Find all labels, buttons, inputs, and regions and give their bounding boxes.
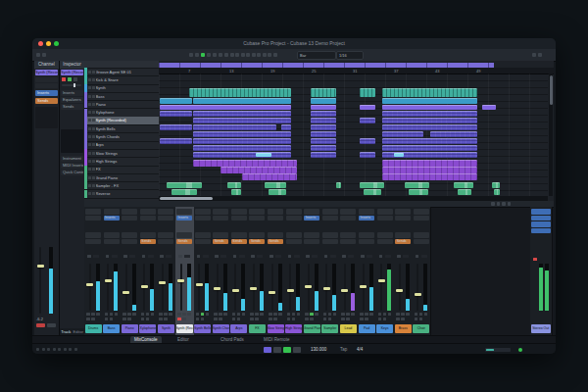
erase-icon[interactable] <box>246 53 250 57</box>
record-button[interactable] <box>305 318 309 320</box>
record-button[interactable] <box>250 318 254 320</box>
mixer-channel[interactable]: SendsSlow Strings <box>267 207 286 335</box>
solo-button[interactable] <box>92 192 95 195</box>
record-button[interactable] <box>105 318 109 320</box>
channel-fader-lane[interactable] <box>39 247 41 314</box>
fader-lane[interactable] <box>162 264 164 311</box>
mute-button[interactable] <box>88 78 91 81</box>
monitor-button[interactable] <box>110 318 114 320</box>
solo-button[interactable] <box>219 313 222 316</box>
punch-icon[interactable] <box>207 53 211 57</box>
mixer-channel[interactable]: InsertsPad <box>358 207 377 335</box>
mute-button[interactable] <box>88 95 91 98</box>
fader-handle[interactable] <box>159 281 166 284</box>
record-button[interactable] <box>360 318 364 320</box>
audio-clip[interactable] <box>494 189 500 195</box>
mixer-channel[interactable]: SendsBrass <box>394 207 414 335</box>
insert-slot[interactable] <box>195 209 211 215</box>
instrument-picture[interactable] <box>61 129 83 153</box>
audio-clip[interactable] <box>454 182 473 188</box>
send-slot[interactable] <box>158 239 173 245</box>
solo-button[interactable] <box>383 313 387 316</box>
zones-icon[interactable] <box>502 202 506 206</box>
channel-inserts-slot[interactable]: Inserts <box>35 90 58 96</box>
master-name-label[interactable]: Stereo Out <box>531 324 552 333</box>
setup-icon[interactable] <box>42 53 46 57</box>
midi-clip[interactable] <box>189 88 291 97</box>
midi-clip[interactable] <box>193 98 291 104</box>
insert-slot[interactable] <box>268 216 283 221</box>
pan-control[interactable] <box>129 255 135 258</box>
insert-slot[interactable] <box>158 209 173 215</box>
send-slot[interactable]: Sends <box>140 239 156 245</box>
read-button[interactable] <box>388 313 392 316</box>
pan-control[interactable] <box>294 255 300 258</box>
channel-name-label[interactable]: Brass <box>395 324 412 333</box>
solo-button[interactable] <box>292 313 296 316</box>
inspector-section-instrument[interactable]: Instrument <box>61 156 83 162</box>
midi-clip[interactable] <box>311 124 336 130</box>
color-tool-icon[interactable] <box>273 53 277 57</box>
mute-button[interactable] <box>323 313 327 316</box>
send-slot[interactable] <box>304 239 319 245</box>
inspector-section-midi-inserts[interactable]: MIDI Inserts <box>61 163 83 169</box>
midi-clip[interactable] <box>360 152 375 158</box>
insert-slot[interactable] <box>377 209 393 215</box>
mute-button[interactable] <box>196 313 200 316</box>
mute-button[interactable] <box>88 119 91 122</box>
fader-handle[interactable] <box>196 283 203 286</box>
insert-slot[interactable] <box>322 209 338 215</box>
solo-button[interactable] <box>92 160 95 163</box>
midi-clip[interactable] <box>281 124 291 130</box>
cycle-icon[interactable] <box>213 53 217 57</box>
insert-slot[interactable] <box>122 209 137 215</box>
send-slot[interactable] <box>104 239 120 245</box>
midi-clip[interactable] <box>382 118 477 123</box>
split-icon[interactable] <box>235 53 239 57</box>
edit-channel-button[interactable] <box>74 77 77 81</box>
mute-button[interactable] <box>88 176 91 179</box>
monitor-button[interactable] <box>401 318 405 320</box>
insert-slot[interactable] <box>231 209 247 215</box>
monitor-button[interactable] <box>365 318 368 320</box>
edit-channel-button[interactable] <box>142 255 146 258</box>
solo-button[interactable] <box>346 313 350 316</box>
fader-lane[interactable] <box>416 264 418 311</box>
insert-slot[interactable] <box>304 209 319 215</box>
audio-clip[interactable] <box>172 189 197 195</box>
midi-clip[interactable] <box>193 152 291 158</box>
send-slot[interactable] <box>85 239 101 245</box>
record-button[interactable] <box>378 318 382 320</box>
send-slot[interactable] <box>249 232 265 238</box>
edit-channel-button[interactable] <box>379 255 383 258</box>
record-button[interactable] <box>177 318 181 320</box>
edit-channel-button[interactable] <box>288 255 292 258</box>
record-button[interactable] <box>323 318 327 320</box>
fader-handle[interactable] <box>287 289 294 292</box>
fader-handle[interactable] <box>105 279 112 282</box>
fader-handle[interactable] <box>396 289 403 292</box>
send-slot[interactable] <box>322 239 338 245</box>
channel-name-label[interactable]: Sampler <box>321 324 338 333</box>
send-slot[interactable]: Sends <box>176 239 192 245</box>
send-slot[interactable] <box>85 232 101 238</box>
solo-button[interactable] <box>92 135 95 138</box>
audio-clip[interactable] <box>360 182 384 188</box>
visibility-icon[interactable] <box>497 202 501 206</box>
send-slot[interactable] <box>104 232 120 238</box>
midi-clip[interactable] <box>160 124 192 130</box>
record-button[interactable] <box>141 318 145 320</box>
monitor-icon[interactable] <box>201 53 205 57</box>
read-button[interactable] <box>424 313 428 316</box>
fader-lane[interactable] <box>399 264 401 311</box>
solo-button[interactable] <box>92 176 95 179</box>
insert-slot[interactable] <box>268 209 283 215</box>
pan-control[interactable] <box>148 255 154 258</box>
read-button[interactable] <box>96 313 100 316</box>
send-slot[interactable] <box>377 232 393 238</box>
mute-button[interactable] <box>305 313 309 316</box>
mixer-channel[interactable]: SendsFX <box>248 207 268 335</box>
vertical-scrollbar[interactable] <box>549 74 553 196</box>
insert-slot[interactable] <box>140 209 156 215</box>
fader-lane[interactable] <box>180 264 182 311</box>
